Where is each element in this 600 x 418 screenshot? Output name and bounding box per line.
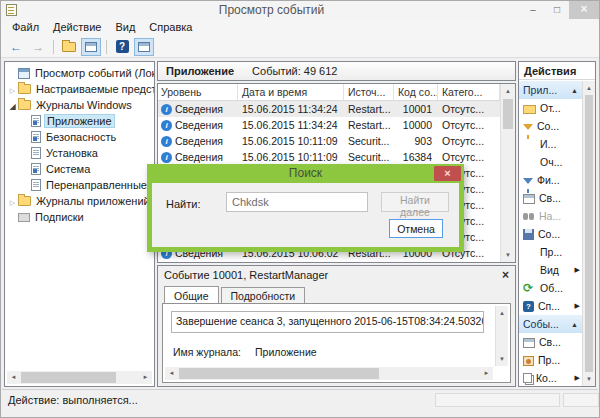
action-item-0-3[interactable]: Оч... <box>519 153 582 171</box>
tree-item-label: Приложение <box>44 114 115 128</box>
tree-item-9[interactable]: Подписки <box>5 209 154 225</box>
dialog-close-button[interactable] <box>434 166 461 181</box>
scroll-down-icon[interactable] <box>496 352 508 366</box>
save-icon <box>523 229 534 240</box>
maximize-button[interactable] <box>545 1 569 19</box>
expander-collapsed-icon[interactable] <box>7 83 18 95</box>
minimize-button[interactable] <box>521 1 545 19</box>
scroll-right-icon[interactable] <box>480 367 493 380</box>
actions-section-header-1[interactable]: Собы... <box>519 315 582 333</box>
table-row[interactable]: Сведения15.06.2015 11:34:24Restart...100… <box>158 101 500 117</box>
section-header-label: Собы... <box>523 318 559 330</box>
action-pane-icon[interactable] <box>134 38 154 56</box>
action-item-0-7[interactable]: Со... <box>519 225 582 243</box>
statusbar: Действие: выполняется... <box>2 389 598 416</box>
scroll-thumb[interactable] <box>21 372 116 383</box>
toolbar <box>1 36 599 58</box>
tree-item-3[interactable]: Приложение <box>5 113 154 129</box>
scroll-up-icon[interactable] <box>496 306 508 320</box>
cancel-button[interactable]: Отмена <box>389 219 443 238</box>
event-log-icon <box>31 115 41 127</box>
console-tree-panel: Просмотр событий (Локальный)Настраиваемы… <box>4 61 155 387</box>
cell-datetime: 15.06.2015 10:11:09 <box>238 133 344 149</box>
column-header-1[interactable]: Дата и время <box>238 84 344 100</box>
scroll-thumb[interactable] <box>585 95 593 372</box>
menu-item-3[interactable]: Справка <box>142 19 199 36</box>
expander-collapsed-icon[interactable] <box>7 195 18 207</box>
tree-horizontal-scrollbar[interactable] <box>7 371 152 384</box>
tab-general[interactable]: Общие <box>164 286 219 303</box>
tree-item-5[interactable]: Установка <box>5 145 154 161</box>
column-header-0[interactable]: Уровень <box>158 84 238 100</box>
action-item-1-0[interactable]: Св... <box>519 333 582 351</box>
tree-item-label: Перенаправленные <box>44 179 149 191</box>
log-name-value: Приложение <box>255 346 317 358</box>
menu-item-1[interactable]: Действие <box>46 19 108 36</box>
tree-item-label: Настраиваемые представления <box>34 83 154 95</box>
detail-horizontal-scrollbar[interactable] <box>165 367 493 380</box>
create-custom-view-icon <box>523 124 533 130</box>
action-item-label: Со... <box>538 228 560 240</box>
tab-details[interactable]: Подробности <box>221 287 306 303</box>
tree-item-8[interactable]: Журналы приложений <box>5 193 154 209</box>
help-icon[interactable] <box>112 38 132 56</box>
action-item-0-1[interactable]: Со... <box>519 117 582 135</box>
column-header-3[interactable]: Код со... <box>394 84 438 100</box>
actions-vertical-scrollbar[interactable] <box>582 81 595 386</box>
level-text: Сведения <box>175 117 223 133</box>
tree-item-label: Система <box>44 163 92 175</box>
tree-item-1[interactable]: Настраиваемые представления <box>5 81 154 97</box>
scroll-thumb[interactable] <box>503 99 513 129</box>
action-item-0-4[interactable]: Фи... <box>519 171 582 189</box>
forward-icon[interactable] <box>28 38 48 56</box>
menu-item-0[interactable]: Файл <box>5 19 46 36</box>
action-item-1-2[interactable]: Ко... <box>519 369 582 386</box>
table-row[interactable]: Сведения15.06.2015 11:34:24Restart...100… <box>158 117 500 133</box>
find-next-button[interactable]: Найти далее <box>381 192 449 212</box>
action-item-0-8[interactable]: Пр... <box>519 243 582 261</box>
scroll-down-icon[interactable] <box>583 372 595 386</box>
cell-code: 10001 <box>394 101 438 117</box>
scroll-left-icon[interactable] <box>165 367 178 380</box>
table-row[interactable]: Сведения15.06.2015 10:11:09Securit...163… <box>158 149 500 165</box>
action-item-1-1[interactable]: Пр... <box>519 351 582 369</box>
detail-vertical-scrollbar[interactable] <box>495 306 508 366</box>
tree-item-7[interactable]: Перенаправленные <box>5 177 154 193</box>
scroll-up-icon[interactable] <box>583 81 595 95</box>
close-button[interactable] <box>569 1 599 19</box>
action-item-0-11[interactable]: Сп... <box>519 297 582 315</box>
menu-item-2[interactable]: Вид <box>108 19 142 36</box>
scroll-right-icon[interactable] <box>139 371 152 384</box>
cell-code: 903 <box>394 133 438 149</box>
tree-item-2[interactable]: Журналы Windows <box>5 97 154 113</box>
action-item-0-6[interactable]: На... <box>519 207 582 225</box>
detail-close-icon[interactable] <box>502 266 509 284</box>
tree-item-4[interactable]: Безопасность <box>5 129 154 145</box>
column-header-4[interactable]: Катего... <box>438 84 500 100</box>
event-log-icon <box>31 163 41 175</box>
attach-task-icon <box>523 356 534 366</box>
actions-panel: Действия Прил...От...Со...И...Оч...Фи...… <box>518 61 596 387</box>
scroll-up-icon[interactable] <box>501 84 515 98</box>
table-row[interactable]: Сведения15.06.2015 10:11:09Securit...903… <box>158 133 500 149</box>
tree-item-6[interactable]: Система <box>5 161 154 177</box>
tree-item-0[interactable]: Просмотр событий (Локальный) <box>5 65 154 81</box>
expander-expanded-icon[interactable] <box>7 99 18 111</box>
action-item-0-10[interactable]: Об... <box>519 279 582 297</box>
console-tree-icon[interactable] <box>81 38 101 56</box>
status-text: Действие: выполняется... <box>8 394 138 406</box>
event-list-vertical-scrollbar[interactable] <box>500 84 515 262</box>
column-header-2[interactable]: Источ... <box>344 84 394 100</box>
action-item-0-2[interactable]: И... <box>519 135 582 153</box>
export-log-icon[interactable] <box>59 38 79 56</box>
find-input[interactable] <box>226 192 368 212</box>
titlebar: Просмотр событий <box>1 1 599 19</box>
action-item-0-0[interactable]: От... <box>519 99 582 117</box>
action-pane-icon <box>138 42 150 52</box>
back-icon[interactable] <box>6 38 26 56</box>
action-item-0-9[interactable]: Вид <box>519 261 582 279</box>
scroll-down-icon[interactable] <box>501 248 515 262</box>
actions-section-header-0[interactable]: Прил... <box>519 81 582 99</box>
scroll-thumb[interactable] <box>179 368 379 379</box>
scroll-left-icon[interactable] <box>7 371 20 384</box>
